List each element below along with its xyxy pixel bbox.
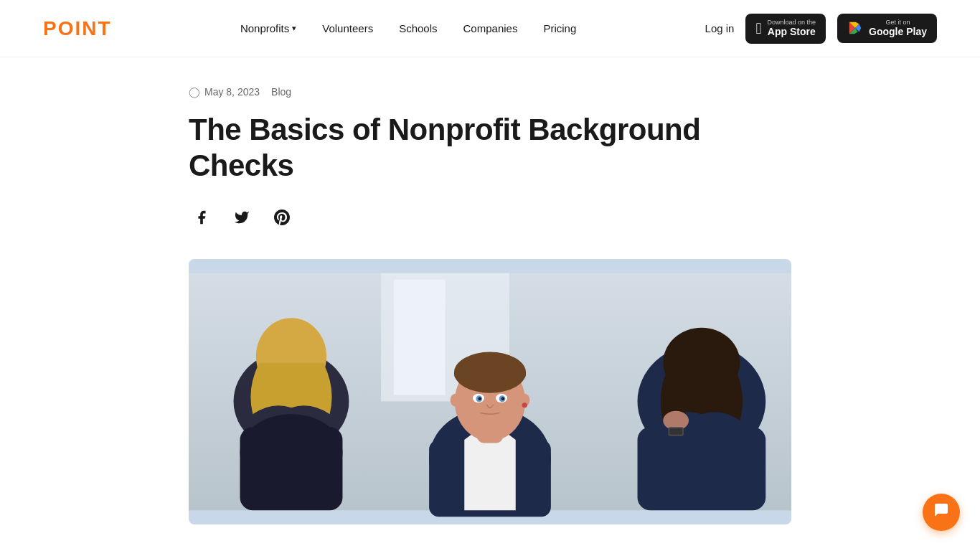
nav-item-nonprofits[interactable]: Nonprofits ▾ [240, 22, 296, 34]
site-header: POINT Nonprofits ▾ Volunteers Schools Co… [0, 0, 980, 57]
header-actions: Log in  Download on the App Store Get i… [705, 14, 937, 44]
pinterest-share-button[interactable] [269, 204, 295, 230]
site-logo[interactable]: POINT [43, 17, 112, 40]
article-image [189, 259, 791, 524]
nav-item-pricing[interactable]: Pricing [543, 22, 576, 34]
svg-point-17 [478, 397, 481, 400]
article-meta: ◯ May 8, 2023 Blog [189, 86, 791, 98]
article-date: ◯ May 8, 2023 [189, 86, 260, 98]
main-nav: Nonprofits ▾ Volunteers Schools Companie… [240, 22, 576, 34]
svg-point-21 [522, 402, 527, 408]
nav-item-companies[interactable]: Companies [463, 22, 518, 34]
article-category: Blog [271, 86, 291, 98]
nav-item-volunteers[interactable]: Volunteers [322, 22, 373, 34]
nav-item-schools[interactable]: Schools [399, 22, 437, 34]
login-link[interactable]: Log in [705, 22, 735, 34]
hero-image-svg [189, 259, 791, 524]
svg-point-19 [451, 393, 461, 406]
app-store-button[interactable]:  Download on the App Store [745, 14, 826, 44]
chat-icon [933, 501, 950, 523]
twitter-share-button[interactable] [229, 204, 255, 230]
google-play-sub-label: Get it on [869, 19, 927, 26]
apple-icon:  [755, 19, 761, 38]
twitter-icon [234, 209, 250, 225]
svg-rect-27 [669, 428, 682, 435]
app-store-main-label: App Store [768, 26, 816, 38]
clock-icon: ◯ [189, 86, 200, 98]
date-text: May 8, 2023 [204, 86, 260, 98]
svg-rect-24 [638, 427, 766, 510]
facebook-icon [194, 209, 209, 225]
svg-rect-12 [454, 368, 526, 381]
google-play-button[interactable]: Get it on Google Play [837, 14, 937, 44]
main-content: ◯ May 8, 2023 Blog The Basics of Nonprof… [146, 57, 834, 551]
chevron-down-icon: ▾ [292, 24, 296, 33]
app-store-sub-label: Download on the [768, 19, 816, 26]
svg-rect-6 [240, 427, 342, 510]
google-play-main-label: Google Play [869, 26, 927, 38]
pinterest-icon [274, 209, 290, 225]
article-title: The Basics of Nonprofit Background Check… [189, 112, 791, 184]
chat-button[interactable] [923, 494, 960, 531]
social-share [189, 204, 791, 230]
facebook-share-button[interactable] [189, 204, 215, 230]
google-play-icon [847, 20, 863, 36]
svg-rect-2 [394, 279, 445, 395]
svg-point-18 [501, 397, 504, 400]
